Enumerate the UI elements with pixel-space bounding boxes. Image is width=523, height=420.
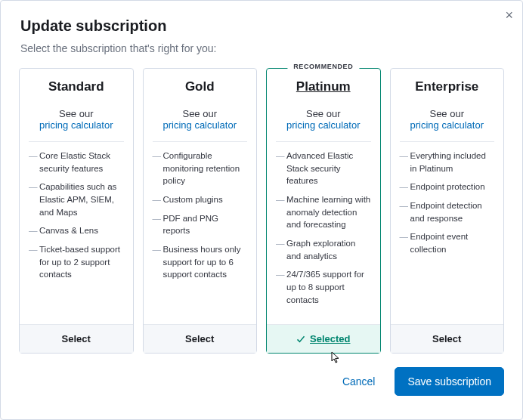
feature-item: Business hours only support for up to 6 … [153, 243, 248, 281]
feature-item: 24/7/365 support for up to 8 support con… [276, 268, 371, 306]
feature-item: Configurable monitoring retention policy [153, 150, 248, 187]
select-button[interactable]: Select [144, 324, 257, 353]
feature-item: Machine learning with anomaly detection … [276, 193, 371, 231]
divider [400, 141, 495, 142]
plan-name: Platinum [276, 79, 371, 94]
select-label: Select [185, 333, 214, 344]
check-icon [296, 335, 305, 344]
selected-label: Selected [310, 333, 350, 344]
plan-platinum: RECOMMENDED Platinum See our pricing cal… [266, 68, 381, 354]
select-button[interactable]: Select [391, 324, 504, 353]
feature-item: Ticket-based support for up to 2 support… [29, 243, 124, 281]
pricing-text: See our pricing calculator [153, 108, 248, 131]
feature-item: Canvas & Lens [29, 224, 124, 237]
divider [276, 141, 371, 142]
plan-body: Enterprise See our pricing calculator Ev… [391, 69, 504, 324]
feature-list: Advanced Elastic Stack security features… [276, 150, 371, 312]
plan-name: Gold [153, 79, 248, 94]
save-subscription-button[interactable]: Save subscription [395, 367, 504, 396]
feature-item: Endpoint protection [400, 181, 495, 193]
feature-item: Core Elastic Stack security features [29, 150, 124, 174]
plan-grid: Standard See our pricing calculator Core… [1, 68, 522, 354]
pricing-prefix: See our [59, 108, 94, 119]
feature-item: Custom plugins [153, 193, 248, 206]
pricing-text: See our pricing calculator [276, 108, 371, 131]
recommended-badge: RECOMMENDED [287, 62, 359, 71]
divider [153, 141, 248, 142]
select-button[interactable]: Select [20, 324, 133, 353]
close-button[interactable]: × [505, 8, 513, 22]
plan-gold: Gold See our pricing calculator Configur… [143, 68, 258, 354]
close-icon: × [505, 8, 513, 23]
feature-item: Everything included in Platinum [400, 150, 495, 174]
pricing-calculator-link[interactable]: pricing calculator [39, 119, 113, 131]
feature-item: Endpoint event collection [400, 230, 495, 255]
pricing-text: See our pricing calculator [29, 108, 124, 131]
select-label: Select [62, 333, 91, 344]
cancel-button[interactable]: Cancel [332, 368, 386, 395]
pricing-prefix: See our [429, 108, 464, 119]
modal-title: Update subscription [20, 17, 504, 35]
pricing-prefix: See our [182, 108, 217, 119]
pricing-calculator-link[interactable]: pricing calculator [286, 119, 361, 131]
plan-enterprise: Enterprise See our pricing calculator Ev… [390, 68, 505, 354]
pricing-calculator-link[interactable]: pricing calculator [410, 119, 484, 131]
plan-name: Standard [29, 79, 124, 94]
feature-item: Advanced Elastic Stack security features [276, 150, 371, 187]
plan-body: Platinum See our pricing calculator Adva… [267, 69, 380, 324]
feature-item: Capabilities such as Elastic APM, SIEM, … [29, 181, 124, 218]
feature-list: Everything included in Platinum Endpoint… [400, 150, 495, 262]
modal-header: Update subscription Select the subscript… [1, 1, 522, 54]
plan-standard: Standard See our pricing calculator Core… [19, 68, 134, 354]
plan-name: Enterprise [400, 79, 495, 94]
feature-list: Configurable monitoring retention policy… [153, 150, 248, 287]
select-label: Select [432, 333, 461, 344]
plan-body: Standard See our pricing calculator Core… [20, 69, 133, 324]
selected-button[interactable]: Selected [267, 324, 380, 353]
feature-item: PDF and PNG reports [153, 212, 248, 237]
divider [29, 141, 124, 142]
pricing-text: See our pricing calculator [400, 108, 495, 131]
plan-body: Gold See our pricing calculator Configur… [144, 69, 257, 324]
feature-item: Endpoint detection and response [400, 199, 495, 224]
feature-list: Core Elastic Stack security features Cap… [29, 150, 124, 287]
modal-footer: Cancel Save subscription [1, 354, 522, 396]
feature-item: Graph exploration and analytics [276, 237, 371, 262]
pricing-calculator-link[interactable]: pricing calculator [162, 119, 237, 131]
modal-subtitle: Select the subscription that's right for… [20, 42, 504, 54]
pricing-prefix: See our [306, 108, 341, 119]
